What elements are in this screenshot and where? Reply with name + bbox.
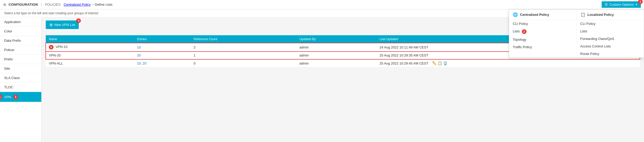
dropdown-col-header-label: Localized Policy xyxy=(588,13,614,17)
menu-icon: ☰ xyxy=(605,3,608,6)
dropdown-col-header-label: Centralized Policy xyxy=(520,13,549,17)
dropdown-item-access-control-lists[interactable]: Access Control Lists xyxy=(577,42,644,50)
badge-5: 5 xyxy=(0,95,2,99)
dropdown-item-label: Forwarding Class/QoS xyxy=(580,37,614,41)
sidebar-item-label: TLOC xyxy=(4,85,13,89)
new-vpn-list-button[interactable]: ⊕New VPN List xyxy=(46,20,79,29)
breadcrumb-centralized-policy[interactable]: Centralized Policy xyxy=(64,3,91,6)
cell-name: VPN-ALL xyxy=(46,59,134,67)
dropdown-item-lists[interactable]: Lists2 xyxy=(509,27,576,36)
dropdown-header-centralized: 🌐Centralized Policy xyxy=(509,10,576,20)
dropdown-item-route-policy[interactable]: Route Policy xyxy=(577,50,644,58)
sidebar-item-label: Data Prefix xyxy=(4,39,21,42)
dropdown-item-cli-policy[interactable]: CLI Policy xyxy=(509,20,576,27)
dropdown-item-label: CLI Policy xyxy=(513,22,528,26)
table-header-updated-by: Updated By xyxy=(296,35,376,43)
cell-updated-by: admin xyxy=(296,52,376,59)
dropdown-item-label: Lists xyxy=(580,29,587,33)
sidebar: ApplicationColorData PrefixPolicerPrefix… xyxy=(0,17,42,142)
dropdown-item-label: Topology xyxy=(513,38,526,41)
dropdown-item-label: Traffic Policy xyxy=(513,45,532,49)
pipe-separator: | xyxy=(41,3,42,6)
custom-options-label: Custom Options xyxy=(609,3,634,6)
dropdown-item-label: Access Control Lists xyxy=(580,44,611,48)
sidebar-item-tloc[interactable]: TLOC xyxy=(0,83,41,92)
sidebar-item-sla-class[interactable]: SLA Class xyxy=(0,73,41,83)
table-row[interactable]: VPN-ALL10, 200admin25 Aug 2022 10:29:45 … xyxy=(46,59,640,67)
dropdown-col-localized: 📋Localized PolicyCLI PolicyListsForwardi… xyxy=(577,10,644,58)
dropdown-item-traffic-policy[interactable]: Traffic Policy xyxy=(509,43,576,51)
sidebar-item-badge-vpn: 3 xyxy=(13,95,18,99)
gear-icon: ⚙ xyxy=(3,3,6,7)
row-name-text: VPN-ALL xyxy=(49,61,63,65)
sidebar-item-label: Color xyxy=(4,29,12,33)
dropdown-item-forwarding-class/qos[interactable]: Forwarding Class/QoS xyxy=(577,35,644,42)
cell-entries[interactable]: 10 xyxy=(134,43,190,52)
top-bar-left: ⚙ CONFIGURATION | POLICIES Centralized P… xyxy=(3,3,602,7)
dropdown-item-label: CLI Policy xyxy=(580,22,596,26)
new-vpn-label: New VPN List xyxy=(54,23,75,27)
sidebar-item-label: Site xyxy=(4,67,10,70)
custom-options-button[interactable]: ☰ Custom Options ▼ xyxy=(602,1,641,8)
sidebar-item-data-prefix[interactable]: Data Prefix xyxy=(0,36,41,45)
sidebar-item-application[interactable]: Application xyxy=(0,17,41,27)
table-header-name: Name xyxy=(46,35,134,43)
config-title: CONFIGURATION xyxy=(9,3,38,6)
breadcrumb-sep: > xyxy=(92,3,94,6)
custom-options-badge: 1 xyxy=(638,0,643,4)
dropdown-item-cli-policy[interactable]: CLI Policy xyxy=(577,20,644,27)
cell-entries[interactable]: 10, 20 xyxy=(134,59,190,67)
dropdown-item-topology[interactable]: Topology xyxy=(509,36,576,43)
cell-entries[interactable]: 20 xyxy=(134,52,190,59)
sidebar-item-policer[interactable]: Policer xyxy=(0,45,41,55)
row-name-text: VPN-20 xyxy=(49,53,61,57)
breadcrumb: Centralized Policy > Define Lists xyxy=(63,3,113,6)
sidebar-item-site[interactable]: Site xyxy=(0,64,41,73)
cell-reference-count: 0 xyxy=(190,59,296,67)
plus-icon: ⊕ xyxy=(49,22,53,27)
sidebar-item-label: SLA Class xyxy=(4,76,20,80)
policies-label: POLICIES xyxy=(45,3,61,6)
breadcrumb-define-lists: Define Lists xyxy=(95,3,113,6)
new-vpn-badge-4: 4 xyxy=(76,18,81,23)
row-name-text: VPN-10 xyxy=(56,45,68,49)
dropdown-item-label: Route Policy xyxy=(580,52,599,56)
cell-name: 5VPN-10 xyxy=(46,43,134,52)
entries-link[interactable]: 20 xyxy=(137,53,141,57)
clipboard-icon: 📋 xyxy=(580,12,586,17)
copy-icon[interactable]: 📋 xyxy=(438,61,442,65)
sub-header-text: Select a list type on the left and start… xyxy=(4,11,98,15)
chevron-down-icon: ▼ xyxy=(635,3,638,6)
sidebar-item-vpn[interactable]: 5VPN3 xyxy=(0,92,41,102)
custom-options-dropdown: 🌐Centralized PolicyCLI PolicyLists2Topol… xyxy=(509,9,644,58)
table-header-reference-count: Reference Count xyxy=(190,35,296,43)
dropdown-lists-badge-2: 2 xyxy=(522,29,527,34)
cell-updated-by: admin xyxy=(296,59,376,67)
sidebar-item-color[interactable]: Color xyxy=(0,27,41,36)
custom-options-wrapper: ☰ Custom Options ▼ 1 xyxy=(602,1,641,8)
cell-last-updated: 25 Aug 2022 10:29:45 AM CEST ✏️ 📋 🗑️ xyxy=(376,59,640,67)
globe-icon: 🌐 xyxy=(513,12,518,17)
row-badge-5: 5 xyxy=(49,45,54,49)
sidebar-item-label: Policer xyxy=(4,48,15,52)
sidebar-item-label: Prefix xyxy=(4,57,13,61)
dropdown-item-lists[interactable]: Lists xyxy=(577,27,644,35)
cell-updated-by: admin xyxy=(296,43,376,52)
dropdown-item-label: Lists xyxy=(513,29,520,33)
cell-name: VPN-20 xyxy=(46,52,134,59)
table-header-entries: Entries xyxy=(134,35,190,43)
cell-reference-count: 1 xyxy=(190,52,296,59)
edit-icon[interactable]: ✏️ xyxy=(432,61,437,65)
sidebar-item-label: Application xyxy=(4,20,21,24)
sidebar-item-label: VPN xyxy=(4,95,11,99)
dropdown-col-centralized: 🌐Centralized PolicyCLI PolicyLists2Topol… xyxy=(509,10,577,58)
entries-link[interactable]: 10 xyxy=(137,45,141,49)
top-bar: ⚙ CONFIGURATION | POLICIES Centralized P… xyxy=(0,0,644,9)
dropdown-header-localized: 📋Localized Policy xyxy=(577,10,644,20)
entries-link[interactable]: 10, 20 xyxy=(137,61,146,65)
delete-icon[interactable]: 🗑️ xyxy=(443,61,448,65)
sidebar-item-prefix[interactable]: Prefix xyxy=(0,55,41,64)
cell-reference-count: 2 xyxy=(190,43,296,52)
